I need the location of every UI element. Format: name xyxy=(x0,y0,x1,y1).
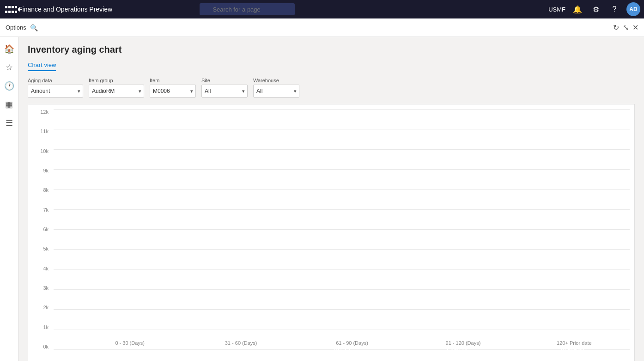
user-label: USMF xyxy=(548,6,565,13)
aging-data-select-wrap: Amount Quantity xyxy=(28,85,83,98)
x-axis-label: 0 - 30 (Days) xyxy=(74,340,185,349)
site-filter: Site All xyxy=(201,78,248,98)
item-select[interactable]: M0006 All xyxy=(150,85,196,98)
y-axis-label: 0k xyxy=(43,344,49,349)
y-axis-label: 1k xyxy=(43,324,49,330)
sidebar-item-home[interactable]: 🏠 xyxy=(1,41,18,57)
y-axis-label: 8k xyxy=(43,187,49,193)
main-layout: 🏠 ☆ 🕐 ▦ ☰ Inventory aging chart Chart vi… xyxy=(0,37,644,361)
item-label: Item xyxy=(150,78,196,83)
x-axis-label: 31 - 60 (Days) xyxy=(185,340,296,349)
apps-icon[interactable] xyxy=(4,4,15,15)
secondbar-actions: ↻ ⤡ ✕ xyxy=(613,23,638,32)
secondbar-title: Options xyxy=(6,24,26,31)
settings-icon[interactable]: ⚙ xyxy=(589,3,602,16)
item-group-select[interactable]: AudioRM All xyxy=(89,85,144,98)
y-axis-label: 6k xyxy=(43,226,49,232)
aging-data-filter: Aging data Amount Quantity xyxy=(28,78,83,98)
item-group-select-wrap: AudioRM All xyxy=(89,85,144,98)
topbar: Finance and Operations Preview USMF 🔔 ⚙ … xyxy=(0,0,644,18)
chart-plot: 741.757,494.7210,909.84 0 - 30 (Days)31 … xyxy=(54,109,630,349)
aging-data-label: Aging data xyxy=(28,78,83,83)
y-axis-label: 2k xyxy=(43,305,49,310)
y-axis: 12k11k10k9k8k7k6k5k4k3k2k1k0k xyxy=(33,109,51,349)
close-icon[interactable]: ✕ xyxy=(632,23,638,32)
site-label: Site xyxy=(201,78,248,83)
page-title: Inventory aging chart xyxy=(28,44,635,55)
sidebar-item-favorites[interactable]: ☆ xyxy=(1,59,18,76)
topbar-right: USMF 🔔 ⚙ ? AD xyxy=(548,2,640,16)
app-title: Finance and Operations Preview xyxy=(18,6,112,13)
item-group-label: Item group xyxy=(89,78,144,83)
y-axis-label: 12k xyxy=(40,109,49,115)
sidebar: 🏠 ☆ 🕐 ▦ ☰ xyxy=(0,37,18,361)
site-select[interactable]: All xyxy=(201,85,248,98)
aging-data-select[interactable]: Amount Quantity xyxy=(28,85,83,98)
y-axis-label: 9k xyxy=(43,168,49,173)
y-axis-label: 3k xyxy=(43,285,49,291)
content-area: Inventory aging chart Chart view Aging d… xyxy=(18,37,644,361)
refresh-icon[interactable]: ↻ xyxy=(613,23,619,32)
expand-icon[interactable]: ⤡ xyxy=(623,23,629,32)
sidebar-item-workspaces[interactable]: ▦ xyxy=(1,96,18,113)
item-select-wrap: M0006 All xyxy=(150,85,196,98)
site-select-wrap: All xyxy=(201,85,248,98)
notifications-icon[interactable]: 🔔 xyxy=(571,3,584,16)
chart-area: 12k11k10k9k8k7k6k5k4k3k2k1k0k 741.757,49… xyxy=(28,104,635,361)
item-filter: Item M0006 All xyxy=(150,78,196,98)
x-axis: 0 - 30 (Days)31 - 60 (Days)61 - 90 (Days… xyxy=(74,340,630,349)
chart-view-tab[interactable]: Chart view xyxy=(28,61,56,71)
bars-container: 741.757,494.7210,909.84 xyxy=(54,109,630,349)
sidebar-item-list[interactable]: ☰ xyxy=(1,115,18,131)
chart-inner: 12k11k10k9k8k7k6k5k4k3k2k1k0k 741.757,49… xyxy=(33,109,630,359)
y-axis-label: 4k xyxy=(43,266,49,271)
warehouse-label: Warehouse xyxy=(253,78,299,83)
y-axis-label: 10k xyxy=(40,148,49,154)
secondbar: Options 🔍 ↻ ⤡ ✕ xyxy=(0,18,644,37)
item-group-filter: Item group AudioRM All xyxy=(89,78,144,98)
x-axis-label: 91 - 120 (Days) xyxy=(407,340,518,349)
y-axis-label: 11k xyxy=(40,128,49,134)
search-container xyxy=(200,3,384,15)
sidebar-item-recent[interactable]: 🕐 xyxy=(1,78,18,94)
filters-row: Aging data Amount Quantity Item group Au… xyxy=(28,78,635,98)
help-icon[interactable]: ? xyxy=(608,3,621,16)
x-axis-label: 120+ Prior date xyxy=(519,340,630,349)
search-input[interactable] xyxy=(200,3,295,15)
avatar[interactable]: AD xyxy=(626,2,640,16)
warehouse-select-wrap: All xyxy=(253,85,299,98)
secondbar-search-icon[interactable]: 🔍 xyxy=(30,24,38,31)
x-axis-label: 61 - 90 (Days) xyxy=(297,340,407,349)
y-axis-label: 5k xyxy=(43,246,49,251)
warehouse-select[interactable]: All xyxy=(253,85,299,98)
warehouse-filter: Warehouse All xyxy=(253,78,299,98)
y-axis-label: 7k xyxy=(43,207,49,213)
